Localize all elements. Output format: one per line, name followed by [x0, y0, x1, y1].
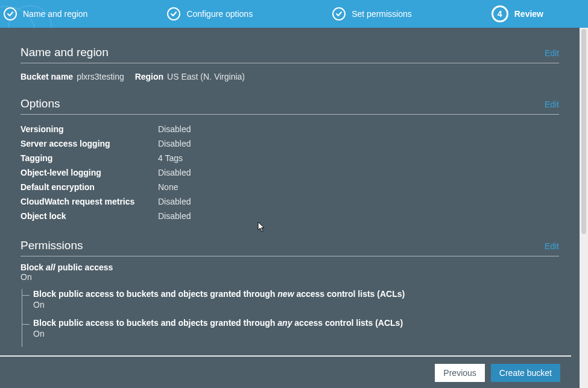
step-number-icon: 4: [492, 5, 508, 22]
main-content: Name and region Edit Bucket nameplxrs3te…: [0, 28, 580, 388]
wizard-steps: Name and region Configure options Set pe…: [0, 0, 588, 28]
option-row: Versioning Disabled: [21, 122, 559, 136]
step-configure-options[interactable]: Configure options: [167, 7, 253, 21]
step-label: Review: [514, 9, 543, 19]
option-row: Object lock Disabled: [21, 209, 559, 223]
option-value: Disabled: [158, 209, 191, 223]
option-row: Tagging 4 Tags: [21, 151, 559, 165]
perm-value: On: [33, 329, 559, 339]
edit-link-name-region[interactable]: Edit: [545, 48, 559, 58]
footer: Previous Create bucket: [0, 355, 571, 388]
edit-link-options[interactable]: Edit: [545, 100, 559, 109]
option-label: Tagging: [21, 151, 158, 165]
step-name-and-region[interactable]: Name and region: [4, 7, 87, 21]
perm-text: Block public access to buckets and objec…: [33, 289, 277, 299]
option-label: Server access logging: [21, 136, 158, 151]
bucket-name-label: Bucket name: [21, 72, 73, 81]
scrollbar-thumb[interactable]: [581, 29, 586, 234]
section-options: Options Edit Versioning Disabled Server …: [21, 97, 559, 223]
step-set-permissions[interactable]: Set permissions: [332, 7, 412, 21]
perm-value: On: [21, 272, 32, 282]
step-label: Configure options: [186, 9, 253, 19]
section-permissions: Permissions Edit Block all public access…: [21, 239, 559, 347]
step-review[interactable]: 4 Review: [492, 5, 543, 22]
check-icon: [4, 7, 17, 21]
block-all-public-access-row: Block all public access On: [21, 262, 559, 282]
option-label: Versioning: [21, 122, 158, 136]
option-label: Default encryption: [21, 180, 158, 194]
section-title: Options: [21, 97, 60, 110]
option-value: Disabled: [158, 122, 191, 136]
option-value: Disabled: [158, 194, 191, 209]
perm-emph: all: [46, 262, 55, 272]
perm-text: Block public access to buckets and objec…: [33, 318, 277, 328]
option-value: None: [158, 180, 178, 194]
option-row: Default encryption None: [21, 180, 559, 194]
option-row: CloudWatch request metrics Disabled: [21, 194, 559, 209]
option-label: Object lock: [21, 209, 158, 223]
perm-text: access control lists (ACLs): [292, 318, 403, 328]
check-icon: [167, 7, 180, 21]
check-icon: [332, 7, 346, 21]
region-value: US East (N. Virginia): [167, 72, 245, 81]
perm-text: access control lists (ACLs): [294, 289, 405, 299]
section-name-and-region: Name and region Edit Bucket nameplxrs3te…: [21, 46, 559, 81]
perm-text: Block: [21, 262, 46, 272]
option-row: Server access logging Disabled: [21, 136, 559, 151]
perm-text: public access: [55, 262, 113, 272]
option-label: Object-level logging: [21, 165, 158, 180]
bucket-name-value: plxrs3testing: [77, 72, 124, 81]
option-value: Disabled: [158, 136, 191, 151]
permissions-item: Block public access to buckets and objec…: [33, 318, 559, 347]
perm-value: On: [33, 300, 559, 310]
option-value: 4 Tags: [158, 151, 183, 165]
permissions-item: Block public access to buckets and objec…: [33, 289, 559, 318]
step-label: Name and region: [23, 9, 87, 19]
step-label: Set permissions: [352, 9, 412, 19]
create-bucket-button[interactable]: Create bucket: [491, 364, 560, 382]
previous-button[interactable]: Previous: [435, 364, 484, 382]
section-title: Name and region: [21, 46, 109, 59]
edit-link-permissions[interactable]: Edit: [545, 241, 559, 251]
option-label: CloudWatch request metrics: [21, 194, 158, 209]
scrollbar[interactable]: [580, 28, 588, 388]
region-label: Region: [135, 72, 163, 81]
perm-emph: new: [277, 289, 294, 299]
perm-emph: any: [277, 318, 292, 328]
option-value: Disabled: [158, 165, 191, 180]
permissions-tree: Block public access to buckets and objec…: [22, 289, 559, 347]
section-title: Permissions: [21, 239, 83, 252]
option-row: Object-level logging Disabled: [21, 165, 559, 180]
